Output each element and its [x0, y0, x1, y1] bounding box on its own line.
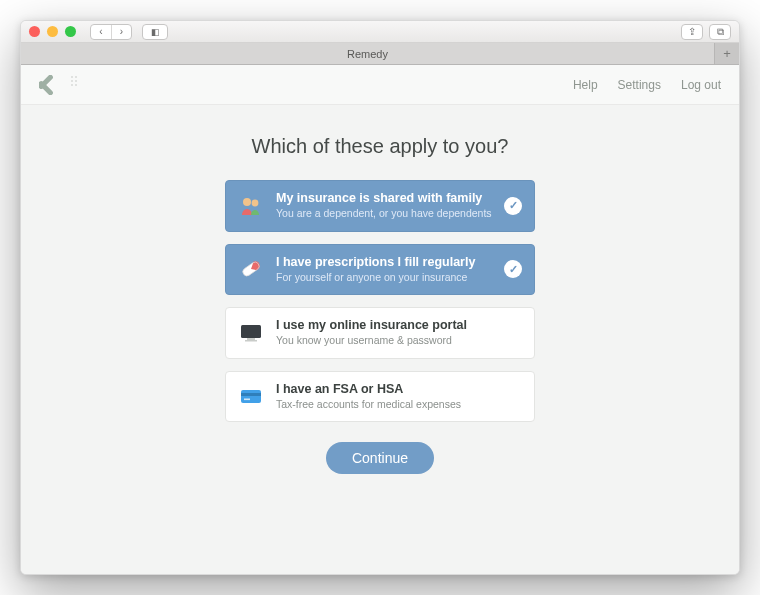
- option-subtitle: You are a dependent, or you have depende…: [276, 207, 492, 220]
- option-portal[interactable]: I use my online insurance portal You kno…: [225, 307, 535, 359]
- option-title: I have an FSA or HSA: [276, 382, 522, 396]
- app-nav: Help Settings Log out: [573, 78, 721, 92]
- fullscreen-window-button[interactable]: [65, 26, 76, 37]
- nav-help[interactable]: Help: [573, 78, 598, 92]
- show-tabs-button[interactable]: ⧉: [709, 24, 731, 40]
- new-tab-button[interactable]: +: [715, 43, 739, 64]
- option-title: I have prescriptions I fill regularly: [276, 255, 492, 269]
- option-title: I use my online insurance portal: [276, 318, 522, 332]
- svg-rect-8: [245, 340, 257, 342]
- monitor-icon: [238, 320, 264, 346]
- nav-back-forward: ‹ ›: [90, 24, 132, 40]
- check-icon: ✓: [504, 197, 522, 215]
- tab-bar: Remedy +: [21, 43, 739, 65]
- option-subtitle: You know your username & password: [276, 334, 522, 347]
- option-subtitle: For yourself or anyone on your insurance: [276, 271, 492, 284]
- back-button[interactable]: ‹: [91, 25, 111, 39]
- close-window-button[interactable]: [29, 26, 40, 37]
- titlebar: ‹ › ◧ ⇪ ⧉: [21, 21, 739, 43]
- pill-icon: [238, 256, 264, 282]
- app-logo[interactable]: [39, 75, 59, 95]
- option-list: My insurance is shared with family You a…: [225, 180, 535, 422]
- svg-point-3: [252, 199, 259, 206]
- check-icon: ✓: [504, 260, 522, 278]
- forward-button[interactable]: ›: [111, 25, 131, 39]
- nav-settings[interactable]: Settings: [618, 78, 661, 92]
- svg-rect-10: [241, 393, 261, 396]
- share-button[interactable]: ⇪: [681, 24, 703, 40]
- family-icon: [238, 193, 264, 219]
- svg-rect-11: [244, 399, 250, 401]
- sidebar-toggle[interactable]: ◧: [142, 24, 168, 40]
- option-title: My insurance is shared with family: [276, 191, 492, 205]
- svg-rect-7: [247, 338, 255, 340]
- browser-tab[interactable]: Remedy: [21, 43, 715, 64]
- page-heading: Which of these apply to you?: [252, 135, 509, 158]
- browser-window: ‹ › ◧ ⇪ ⧉ Remedy + Help Settings Log out: [20, 20, 740, 575]
- minimize-window-button[interactable]: [47, 26, 58, 37]
- logo-icon: [39, 75, 59, 95]
- option-subtitle: Tax-free accounts for medical expenses: [276, 398, 522, 411]
- card-icon: [238, 383, 264, 409]
- window-controls: [29, 26, 76, 37]
- option-fsa[interactable]: I have an FSA or HSA Tax-free accounts f…: [225, 371, 535, 423]
- nav-logout[interactable]: Log out: [681, 78, 721, 92]
- app-header: Help Settings Log out: [21, 65, 739, 105]
- drag-handle-icon: [71, 76, 77, 94]
- svg-point-2: [243, 198, 251, 206]
- tab-title: Remedy: [347, 48, 388, 60]
- option-family[interactable]: My insurance is shared with family You a…: [225, 180, 535, 232]
- svg-rect-6: [241, 325, 261, 338]
- option-rx[interactable]: I have prescriptions I fill regularly Fo…: [225, 244, 535, 296]
- svg-rect-9: [241, 390, 261, 403]
- continue-button[interactable]: Continue: [326, 442, 434, 474]
- page-content: Which of these apply to you? My insuranc…: [21, 105, 739, 574]
